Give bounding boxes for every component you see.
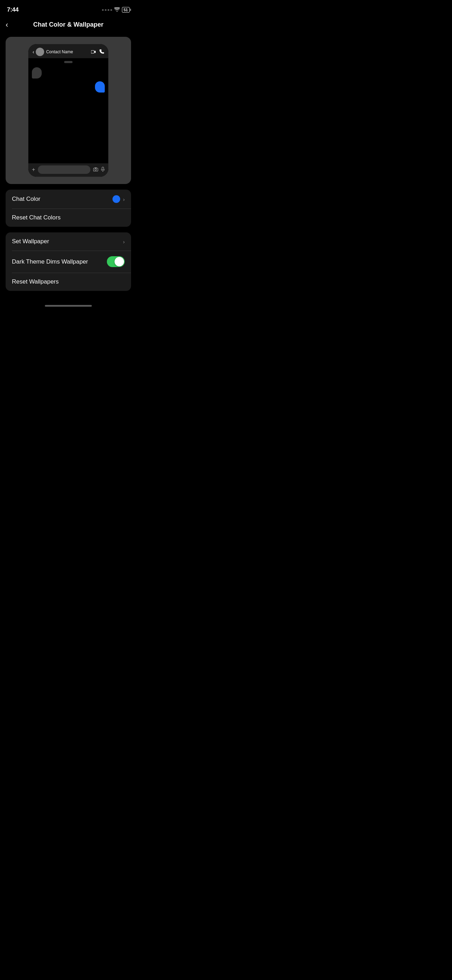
- home-bar: [45, 305, 92, 307]
- svg-point-2: [95, 169, 97, 170]
- phone-mockup-header: ‹ Contact Name: [29, 44, 108, 58]
- chat-color-dot: [113, 195, 120, 203]
- video-call-icon: [91, 49, 96, 55]
- dark-theme-label: Dark Theme Dims Wallpaper: [12, 258, 88, 265]
- chat-color-chevron-icon: ›: [123, 196, 125, 202]
- phone-contact-info: Contact Name: [36, 48, 91, 56]
- phone-back-icon: ‹: [33, 49, 34, 55]
- battery-icon: 51: [122, 7, 130, 13]
- phone-avatar: [36, 48, 44, 56]
- svg-rect-0: [91, 51, 94, 53]
- home-indicator: [0, 296, 137, 311]
- chat-color-right: ›: [113, 195, 125, 203]
- phone-text-input: [38, 165, 91, 174]
- reset-chat-colors-label: Reset Chat Colors: [12, 214, 60, 221]
- back-button[interactable]: ‹: [6, 20, 8, 29]
- nav-header: ‹ Chat Color & Wallpaper: [0, 18, 137, 34]
- wifi-icon: [114, 7, 120, 13]
- phone-camera-icon: [93, 167, 98, 172]
- reset-wallpapers-label: Reset Wallpapers: [12, 278, 59, 285]
- dark-theme-row[interactable]: Dark Theme Dims Wallpaper: [6, 251, 131, 273]
- status-icons: 51: [102, 7, 130, 13]
- phone-call-icon: [100, 49, 104, 55]
- chat-preview-container: ‹ Contact Name: [6, 37, 131, 184]
- phone-mic-icon: [101, 167, 105, 173]
- phone-chat-body: [29, 58, 108, 163]
- phone-actions: [91, 49, 104, 55]
- reset-chat-colors-row[interactable]: Reset Chat Colors: [6, 208, 131, 227]
- phone-plus-icon: +: [32, 167, 35, 173]
- phone-mockup: ‹ Contact Name: [28, 44, 108, 177]
- phone-contact-name: Contact Name: [46, 49, 73, 54]
- set-wallpaper-label: Set Wallpaper: [12, 238, 49, 245]
- chat-color-row[interactable]: Chat Color ›: [6, 189, 131, 208]
- phone-date-chip: [64, 61, 73, 63]
- status-time: 7:44: [7, 6, 19, 13]
- set-wallpaper-chevron-icon: ›: [123, 239, 125, 245]
- reset-wallpapers-row[interactable]: Reset Wallpapers: [6, 273, 131, 291]
- chat-color-section: Chat Color › Reset Chat Colors: [6, 189, 131, 227]
- sent-bubble: [95, 81, 105, 92]
- received-bubble: [32, 67, 42, 78]
- toggle-knob: [115, 257, 124, 266]
- dark-theme-toggle[interactable]: [107, 256, 125, 267]
- wallpaper-section: Set Wallpaper › Dark Theme Dims Wallpape…: [6, 232, 131, 291]
- phone-input-area: +: [29, 163, 108, 177]
- battery-level: 51: [124, 8, 128, 12]
- set-wallpaper-row[interactable]: Set Wallpaper ›: [6, 232, 131, 251]
- page-title: Chat Color & Wallpaper: [33, 21, 103, 29]
- phone-footer-icons: [93, 167, 105, 173]
- chat-color-label: Chat Color: [12, 196, 40, 203]
- svg-rect-1: [94, 168, 98, 171]
- svg-rect-4: [102, 167, 104, 170]
- set-wallpaper-right: ›: [123, 239, 125, 245]
- status-bar: 7:44 51: [0, 0, 137, 18]
- signal-dots-icon: [102, 9, 112, 11]
